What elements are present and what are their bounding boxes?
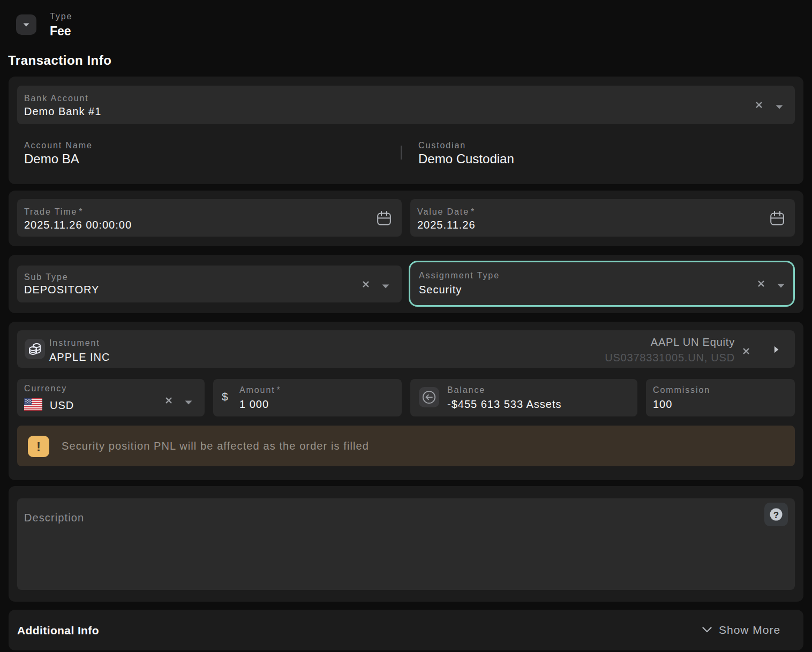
svg-text:?: ?: [773, 510, 779, 520]
